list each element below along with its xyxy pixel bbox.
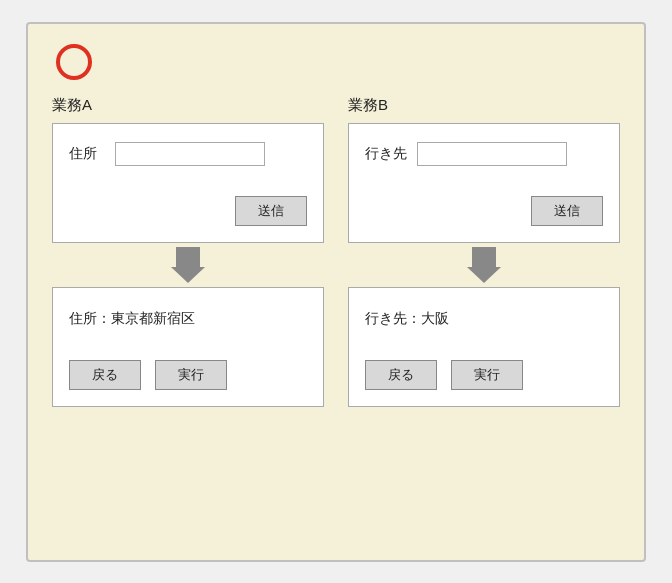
column-a: 業務A 住所 送信 住所：東京都新宿区 戻る 実行 bbox=[52, 96, 324, 407]
column-b-execute-button[interactable]: 実行 bbox=[451, 360, 523, 390]
column-a-execute-button[interactable]: 実行 bbox=[155, 360, 227, 390]
main-container: 業務A 住所 送信 住所：東京都新宿区 戻る 実行 bbox=[26, 22, 646, 562]
column-a-send-button[interactable]: 送信 bbox=[235, 196, 307, 226]
column-b: 業務B 行き先 送信 行き先：大阪 戻る 実行 bbox=[348, 96, 620, 407]
svg-marker-0 bbox=[171, 247, 205, 283]
column-a-top-panel: 住所 送信 bbox=[52, 123, 324, 243]
column-a-title: 業務A bbox=[52, 96, 324, 115]
svg-marker-1 bbox=[467, 247, 501, 283]
column-b-input[interactable] bbox=[417, 142, 567, 166]
column-a-result-text: 住所：東京都新宿区 bbox=[69, 310, 307, 328]
column-a-arrow-icon bbox=[171, 247, 205, 283]
column-a-action-row: 戻る 実行 bbox=[69, 360, 307, 390]
column-b-form-label: 行き先 bbox=[365, 145, 407, 163]
column-b-arrow-icon bbox=[467, 247, 501, 283]
column-a-bottom-panel: 住所：東京都新宿区 戻る 実行 bbox=[52, 287, 324, 407]
column-a-form-row: 住所 bbox=[69, 142, 307, 166]
column-b-back-button[interactable]: 戻る bbox=[365, 360, 437, 390]
column-b-bottom-panel: 行き先：大阪 戻る 実行 bbox=[348, 287, 620, 407]
columns-layout: 業務A 住所 送信 住所：東京都新宿区 戻る 実行 bbox=[52, 96, 620, 407]
column-b-action-row: 戻る 実行 bbox=[365, 360, 603, 390]
column-a-send-row: 送信 bbox=[69, 196, 307, 226]
column-b-result-text: 行き先：大阪 bbox=[365, 310, 603, 328]
column-b-top-panel: 行き先 送信 bbox=[348, 123, 620, 243]
column-a-back-button[interactable]: 戻る bbox=[69, 360, 141, 390]
column-b-title: 業務B bbox=[348, 96, 620, 115]
column-b-send-button[interactable]: 送信 bbox=[531, 196, 603, 226]
column-a-input[interactable] bbox=[115, 142, 265, 166]
red-circle-icon bbox=[56, 44, 92, 80]
column-b-send-row: 送信 bbox=[365, 196, 603, 226]
column-b-form-row: 行き先 bbox=[365, 142, 603, 166]
column-b-arrow bbox=[348, 243, 620, 287]
column-a-arrow bbox=[52, 243, 324, 287]
column-a-form-label: 住所 bbox=[69, 145, 105, 163]
